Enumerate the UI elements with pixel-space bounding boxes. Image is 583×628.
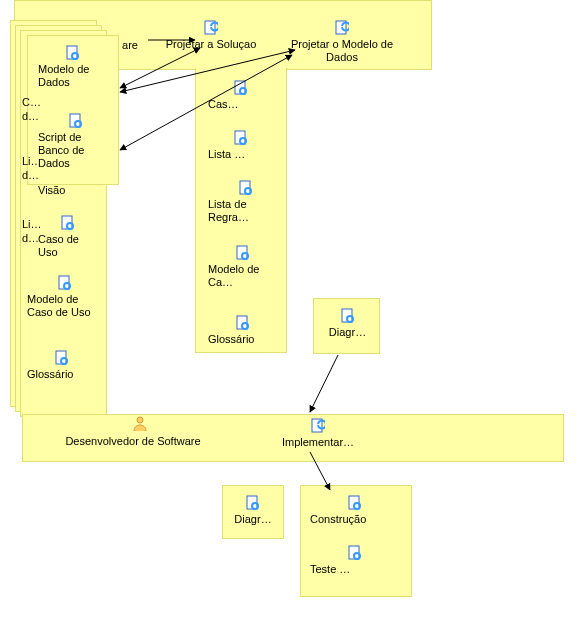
fragment-de2: d… (22, 169, 40, 182)
artifact-label: Construção (310, 513, 366, 525)
artifact-script-banco-dados[interactable]: Script de Banco de Dados (38, 113, 113, 170)
task-label: Projetar a Soluçao (166, 38, 257, 50)
artifact-lista[interactable]: Lista … (208, 130, 273, 161)
task-label: Implementar… (282, 436, 354, 448)
artifact-label: Visão (38, 184, 65, 196)
artifact-label: Script de Banco de Dados (38, 131, 84, 169)
artifact-glossario-left[interactable]: Glossário (27, 350, 97, 381)
task-icon (335, 20, 349, 36)
artifact-label: Diagr… (234, 513, 271, 525)
fragment-c: C… (22, 96, 40, 109)
svg-point-24 (137, 417, 143, 423)
task-implementar[interactable]: Implementar… (268, 418, 368, 449)
artifact-label: Caso de Uso (38, 233, 79, 258)
artifact-icon (234, 80, 248, 96)
artifact-caso-de-uso[interactable]: Caso de Uso (38, 215, 98, 259)
artifact-label: Diagr… (329, 326, 366, 338)
person-icon (132, 416, 148, 432)
task-icon (204, 20, 218, 36)
artifact-label: Modelo de Caso de Uso (27, 293, 91, 318)
diagram-canvas: are Projetar a Soluçao Projetar o Modelo… (0, 0, 583, 628)
artifact-diagr-right[interactable]: Diagr… (320, 308, 375, 339)
artifact-glossario-center[interactable]: Glossário (208, 315, 278, 346)
role-desenvolvedor[interactable]: Desenvolvedor de Software (38, 434, 228, 448)
artifact-icon (236, 245, 250, 261)
artifact-icon (55, 350, 69, 366)
artifact-label: Teste … (310, 563, 350, 575)
artifact-icon (348, 495, 362, 511)
svg-line-36 (310, 355, 338, 412)
task-projetar-modelo-dados[interactable]: Projetar o Modelo de Dados (282, 20, 402, 64)
artifact-icon (246, 495, 260, 511)
artifact-icon (348, 545, 362, 561)
artifact-icon (239, 180, 253, 196)
artifact-icon (61, 215, 75, 231)
task-label: Projetar o Modelo de Dados (291, 38, 393, 63)
artifact-label: Lista de Regra… (208, 198, 249, 223)
artifact-visao[interactable]: Visão (38, 184, 98, 197)
fragment-li1: Li… (22, 155, 40, 168)
artifact-construcao[interactable]: Construção (310, 495, 400, 526)
artifact-label: Lista … (208, 148, 245, 160)
artifact-lista-regra[interactable]: Lista de Regra… (208, 180, 283, 224)
artifact-icon (58, 275, 72, 291)
artifact-label: Modelo de Dados (38, 63, 89, 88)
role-fragment: are (115, 38, 145, 52)
artifact-modelo-ca[interactable]: Modelo de Ca… (208, 245, 278, 289)
artifact-cas[interactable]: Cas… (208, 80, 273, 111)
task-icon (311, 418, 325, 434)
artifact-label: Cas… (208, 98, 239, 110)
artifact-icon (66, 45, 80, 61)
task-projetar-solucao[interactable]: Projetar a Soluçao (156, 20, 266, 51)
artifact-icon (234, 130, 248, 146)
artifact-modelo-caso-uso[interactable]: Modelo de Caso de Uso (27, 275, 102, 319)
artifact-label: Glossário (208, 333, 254, 345)
artifact-modelo-de-dados[interactable]: Modelo de Dados (38, 45, 108, 89)
artifact-diagr-bottom[interactable]: Diagr… (228, 495, 278, 526)
fragment-de: d… (22, 110, 40, 123)
artifact-icon (69, 113, 83, 129)
artifact-teste[interactable]: Teste … (310, 545, 400, 576)
artifact-label: Glossário (27, 368, 73, 380)
artifact-icon (341, 308, 355, 324)
artifact-icon (236, 315, 250, 331)
artifact-label: Modelo de Ca… (208, 263, 259, 288)
